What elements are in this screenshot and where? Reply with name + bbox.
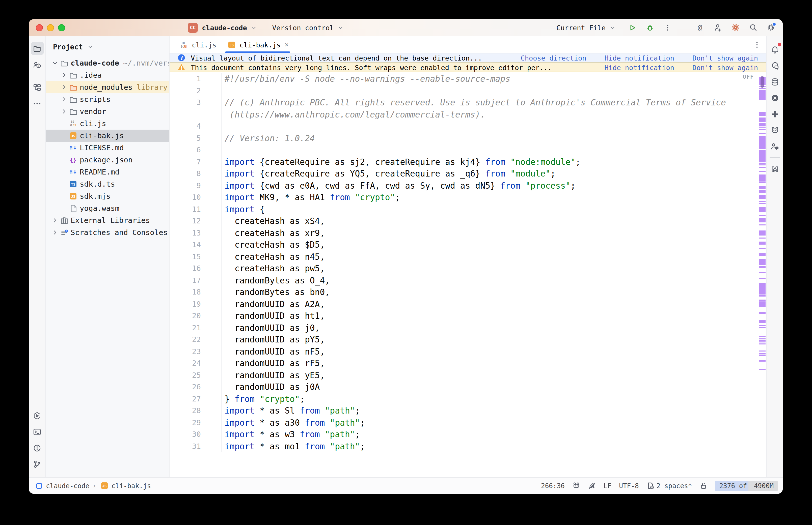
code-text: import { [222, 204, 265, 215]
tree-item-scratches-and-consoles[interactable]: Scratches and Consoles [46, 226, 169, 239]
tree-item-package-json[interactable]: {}package.json [46, 154, 169, 166]
tool-stripe-terminal[interactable] [31, 425, 44, 438]
indent-widget[interactable]: 2 spaces* [647, 482, 692, 490]
editor-tab-cli-bak-js[interactable]: JScli-bak.js× [222, 36, 294, 53]
tool-stripe-plugin-plus-icon[interactable] [768, 107, 781, 121]
code-text [222, 85, 225, 97]
notification-link-hide-notification[interactable]: Hide notification [605, 54, 674, 62]
tree-item--idea[interactable]: .idea [46, 69, 169, 81]
tree-item-cli-bak-js[interactable]: JScli-bak.js [46, 130, 169, 142]
code-line: 8import {createRequire as YQ5, createReq… [169, 168, 766, 180]
tool-stripe-x-circle-icon[interactable] [768, 91, 781, 104]
tree-item-readme-md[interactable]: MREADME.md [46, 166, 169, 178]
caret-position-widget[interactable]: 266:36 [541, 482, 565, 490]
read-only-toggle-icon[interactable] [699, 482, 708, 490]
tree-item-label: sdk.mjs [80, 192, 110, 200]
breadcrumb-item-cli-bak-js[interactable]: JScli-bak.js [100, 482, 151, 490]
tree-item-sdk-d-ts[interactable]: TSsdk.d.ts [46, 178, 169, 190]
tool-stripe-database-icon[interactable] [768, 75, 781, 88]
editor-scrollbar[interactable] [758, 72, 766, 477]
tool-stripe-users-question[interactable]: ? [31, 58, 44, 71]
chevron-right-icon[interactable] [51, 217, 59, 224]
chevron-right-icon[interactable] [60, 96, 68, 103]
chevron-right-icon[interactable] [60, 72, 68, 79]
copilot-status-icon[interactable] [572, 482, 580, 490]
close-window-button[interactable] [36, 24, 43, 31]
scrollbar-thumb[interactable] [761, 76, 764, 88]
tool-stripe-git-branch[interactable] [31, 457, 44, 470]
tool-stripe-project-folder[interactable] [31, 42, 44, 55]
chevron-down-icon[interactable] [51, 60, 59, 66]
svg-text:0: 0 [181, 44, 183, 48]
tool-stripe-robot-icon[interactable] [768, 123, 781, 137]
memory-indicator[interactable]: 2376 of 4900M [715, 480, 778, 491]
ai-starburst-icon[interactable] [730, 22, 740, 32]
chevron-right-icon[interactable] [60, 108, 68, 115]
tool-stripe-ai-chat-icon[interactable] [768, 59, 781, 72]
fold-gutter [203, 275, 222, 286]
tool-stripe-services-hexagon[interactable] [31, 409, 44, 422]
vcs-change-marker [759, 320, 766, 323]
line-number: 6 [169, 144, 203, 156]
tree-item-label: cli.js [80, 120, 106, 127]
tree-item-node-modules[interactable]: node_moduleslibrary [46, 81, 169, 93]
fold-gutter [203, 286, 222, 298]
notification-link-don-t-show-again[interactable]: Don't show again [692, 54, 758, 62]
breadcrumb-item-claude-code[interactable]: claude-code [34, 482, 89, 490]
tree-item-external-libraries[interactable]: External Libraries [46, 214, 169, 226]
tree-item-scripts[interactable]: scripts [46, 93, 169, 105]
project-menu[interactable]: claude-code [202, 22, 259, 32]
project-panel-header[interactable]: Project [46, 36, 169, 57]
tree-item-yoga-wasm[interactable]: yoga.wasm [46, 202, 169, 214]
notification-link-choose-direction[interactable]: Choose direction [520, 54, 586, 62]
code-line: 21 randomUUID as j0, [169, 322, 766, 334]
tool-stripe-more-ellipsis[interactable] [31, 97, 44, 110]
line-number: 9 [169, 180, 203, 192]
vcs-change-marker [759, 167, 766, 168]
vcs-menu[interactable]: Version control [272, 22, 346, 32]
settings-icon[interactable] [766, 22, 776, 32]
add-user-icon[interactable] [712, 22, 723, 32]
minimize-window-button[interactable] [47, 24, 54, 31]
vcs-change-marker [759, 158, 766, 162]
tree-item-vendor[interactable]: vendor [46, 105, 169, 118]
vcs-change-marker [759, 325, 766, 326]
notification-link-hide-notification[interactable]: Hide notification [605, 63, 674, 71]
zoom-window-button[interactable] [58, 24, 65, 31]
tab-bar-options-icon[interactable] [753, 36, 766, 53]
project-panel: Project claude-code~/.nvm/vers.ideanode_… [46, 36, 169, 477]
notification-link-don-t-show-again[interactable]: Don't show again [692, 63, 758, 71]
chevron-right-icon[interactable] [60, 84, 68, 91]
editor-tab-cli-js[interactable]: 100JScli.js [174, 36, 222, 53]
run-button[interactable] [627, 22, 637, 32]
svg-text:M: M [70, 169, 72, 175]
highlight-level-icon[interactable] [588, 482, 596, 490]
tool-stripe-m-plugin-icon[interactable] [768, 162, 781, 176]
tool-stripe-bell-icon[interactable] [768, 43, 781, 56]
tree-item-sdk-mjs[interactable]: JSsdk.mjs [46, 190, 169, 202]
run-configuration-selector[interactable]: Current File [556, 22, 618, 32]
fold-gutter [203, 180, 222, 192]
tab-label: cli.js [192, 41, 217, 49]
vcs-change-marker [759, 283, 766, 294]
debug-button[interactable] [645, 22, 655, 32]
code-editor[interactable]: OFF 1#!/usr/bin/env -S node --no-warning… [169, 72, 766, 477]
breadcrumb-label: cli-bak.js [112, 482, 151, 490]
tool-stripe-problems[interactable] [31, 441, 44, 454]
tree-item-license-md[interactable]: MLICENSE.md [46, 142, 169, 154]
encoding-widget[interactable]: UTF-8 [619, 482, 639, 490]
vcs-change-marker [759, 152, 766, 157]
at-sign-icon[interactable]: @ [695, 22, 705, 32]
close-tab-icon[interactable]: × [285, 41, 289, 48]
chevron-right-icon[interactable] [51, 229, 59, 236]
tree-item-cli-js[interactable]: 100JScli.js [46, 118, 169, 130]
tool-stripe-users-chat-icon[interactable] [768, 140, 781, 153]
stripe-divider [770, 158, 780, 158]
search-icon[interactable] [748, 22, 758, 32]
svg-text:{}: {} [70, 157, 76, 163]
line-separator-widget[interactable]: LF [604, 482, 611, 490]
vcs-change-marker [759, 151, 766, 152]
more-actions-button[interactable] [663, 22, 673, 32]
tool-stripe-structure[interactable] [31, 81, 44, 94]
tree-item-claude-code[interactable]: claude-code~/.nvm/vers [46, 57, 169, 69]
